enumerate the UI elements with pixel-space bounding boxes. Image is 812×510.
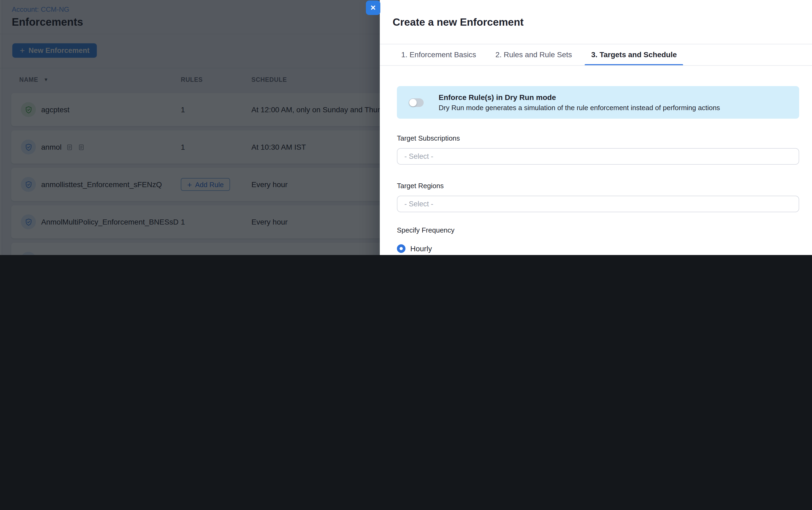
close-icon[interactable]: ✕: [366, 1, 380, 15]
tab-enforcement-basics[interactable]: 1. Enforcement Basics: [395, 44, 483, 65]
enforcements-screen: Account: CCM-NG Enforcements + New Enfor…: [0, 0, 812, 255]
drawer-title: Create a new Enforcement: [393, 16, 524, 28]
dry-run-banner: Enforce Rule(s) in Dry Run mode Dry Run …: [397, 86, 799, 119]
target-regions-label: Target Regions: [397, 182, 799, 190]
dry-run-toggle[interactable]: [409, 98, 424, 107]
frequency-options: Hourly Daily Weekly: [397, 241, 799, 255]
target-regions-select[interactable]: - Select -: [397, 196, 799, 212]
radio-selected-icon: [397, 244, 405, 252]
tab-targets-and-schedule[interactable]: 3. Targets and Schedule: [585, 44, 683, 65]
specify-frequency-label: Specify Frequency: [397, 226, 799, 234]
target-subscriptions-select[interactable]: - Select -: [397, 148, 799, 164]
dry-run-description: Dry Run mode generates a simulation of t…: [439, 104, 720, 112]
wizard-tabs: 1. Enforcement Basics 2. Rules and Rule …: [395, 44, 683, 65]
target-subscriptions-label: Target Subscriptions: [397, 134, 799, 142]
radio-hourly[interactable]: Hourly: [397, 241, 799, 255]
create-enforcement-drawer: ✕ Create a new Enforcement 1. Enforcemen…: [380, 0, 812, 255]
tab-rules-and-rule-sets[interactable]: 2. Rules and Rule Sets: [489, 44, 578, 65]
targets-and-schedule-panel: Enforce Rule(s) in Dry Run mode Dry Run …: [397, 65, 799, 255]
toggle-knob: [409, 99, 417, 106]
dry-run-label: Enforce Rule(s) in Dry Run mode: [439, 93, 720, 101]
